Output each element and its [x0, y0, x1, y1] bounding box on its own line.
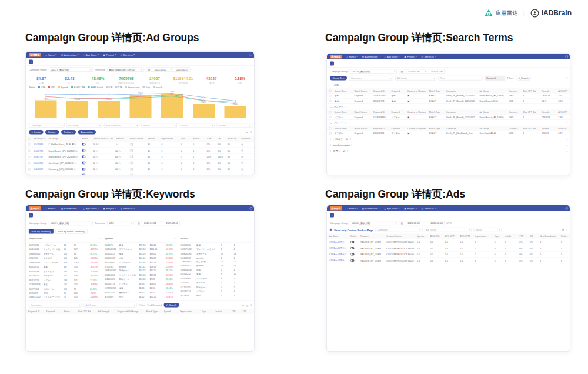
page-tab[interactable]	[68, 216, 69, 219]
app-logo[interactable]: 应用雷达	[330, 55, 342, 59]
nav-menu-item[interactable]: △ App Store ▾	[83, 52, 99, 58]
nav-menu-item[interactable]: △ App Store ▾	[384, 54, 400, 59]
column-header[interactable]: Campaign	[446, 127, 479, 130]
chevron-down-icon[interactable]: ⌄	[566, 138, 568, 141]
edit-icon[interactable]: ✎	[116, 143, 118, 146]
column-header[interactable]: Spends	[542, 127, 557, 130]
search-match-toggle[interactable]	[130, 149, 134, 152]
column-header[interactable]: Match Type ⇅	[146, 310, 163, 313]
column-header[interactable]: Taps ⇅	[201, 310, 214, 313]
nav-menu-item[interactable]: ▤ Automation ▾	[61, 205, 79, 211]
status-toggle[interactable]	[82, 149, 86, 152]
chevron-up-icon[interactable]: ⌃	[566, 84, 568, 87]
edit-icon[interactable]: ✎	[119, 156, 121, 158]
column-header[interactable]: Match Source	[354, 111, 372, 113]
chevron-down-icon[interactable]: ⌄	[566, 143, 568, 146]
nav-menu-item[interactable]: ▤ Automation ▾	[362, 205, 380, 211]
collapsed-group-header[interactable]: + 放置ゲーム 1 ⌄	[327, 148, 570, 154]
ad-name-link[interactable]: CPPAds03演示2	[329, 253, 349, 256]
edit-icon[interactable]: ✎	[119, 168, 121, 171]
operation-icon[interactable]: ▤	[241, 174, 253, 175]
nav-menu-item[interactable]: ▣ Project ▾	[404, 54, 417, 59]
row-checkbox[interactable]	[28, 149, 31, 152]
setting-dropdown-button[interactable]: Setting▾	[61, 130, 76, 135]
find-keyword-link[interactable]: Find Keyword	[147, 304, 161, 307]
page-tab[interactable]	[357, 216, 358, 219]
columns-icon[interactable]: ⊞	[562, 228, 564, 231]
nav-menu-item[interactable]: △ App Store ▾	[83, 205, 99, 211]
select-all-checkbox[interactable]	[28, 138, 31, 140]
ad-status-toggle[interactable]	[350, 259, 355, 262]
edit-icon[interactable]: ✎	[98, 143, 99, 146]
download-icon[interactable]: ↧	[566, 76, 568, 79]
legend-item[interactable]: Impressions	[125, 86, 140, 89]
operation-icon[interactable]: ▤	[241, 156, 253, 158]
ad-group-filter-select[interactable]: Ad Group ▾	[395, 76, 436, 81]
campaign-filter-select[interactable]: Campaign ▾	[349, 76, 393, 81]
group-by-button[interactable]: Group By▾	[330, 76, 347, 81]
operation-icon[interactable]: ▤	[241, 162, 253, 164]
page-tab[interactable]	[68, 62, 69, 65]
create-button[interactable]: + Create	[29, 130, 43, 135]
ad-group-filter-select[interactable]: Ad Group ▾	[84, 303, 137, 308]
page-tab[interactable]	[37, 62, 38, 65]
column-header[interactable]: Installs ⇅	[215, 310, 230, 313]
column-header[interactable]: Ad Group	[479, 89, 508, 92]
collapsed-group-header[interactable]: + genshin impact 1 ⌄	[327, 142, 570, 148]
column-header[interactable]: Match Type	[429, 127, 446, 130]
column-header[interactable]: Impressions ⇅	[180, 310, 201, 313]
text-search-input[interactable]: Text	[439, 76, 483, 81]
page-tab[interactable]	[345, 216, 345, 219]
column-header[interactable]: CR ⇅	[242, 310, 253, 313]
campaign-group-select[interactable]: U0U1's_默认分组 ▾	[350, 69, 397, 74]
nav-menu-item[interactable]: ⌂ Home ▾	[347, 205, 358, 211]
column-header[interactable]: TTR ⇅	[207, 138, 217, 141]
rows-icon[interactable]: ▤	[246, 303, 248, 306]
column-header[interactable]: Currency	[509, 89, 522, 92]
copy-icon[interactable]: ⧉	[75, 143, 76, 146]
show-only-cpp-checkbox[interactable]	[330, 229, 332, 231]
column-header[interactable]: Max CPT Bid ⇅	[78, 310, 96, 313]
filter-select[interactable]: Ad Group ▾	[66, 123, 102, 128]
campaign-group-select[interactable]: U0U1's_默认分组 ▾	[49, 68, 93, 72]
column-header[interactable]: Keyword ID	[373, 89, 390, 92]
column-header[interactable]: Reasons ⇅	[360, 235, 385, 238]
edit-icon[interactable]: ✎	[96, 149, 98, 152]
ad-group-id-link[interactable]: 36561747	[34, 155, 48, 158]
row-checkbox[interactable]	[28, 168, 31, 171]
column-header[interactable]: Default Max CPT Bid ⇅	[93, 138, 113, 141]
column-header[interactable]: Max CPT Bid	[523, 89, 542, 92]
ad-status-toggle[interactable]	[350, 247, 355, 249]
edit-icon[interactable]: ✎	[96, 156, 98, 158]
select-all-checkbox[interactable]	[329, 89, 332, 92]
column-header[interactable]: Spends ⇅	[148, 138, 161, 141]
status-toggle[interactable]	[82, 168, 86, 171]
page-tab[interactable]	[338, 216, 339, 219]
page-tab[interactable]	[56, 216, 56, 219]
column-header[interactable]: Impressions ⇅	[161, 138, 179, 141]
legend-item[interactable]: Installs	[153, 86, 163, 89]
collapse-icon[interactable]: ⌄	[330, 105, 332, 108]
nav-menu-item[interactable]: ▣ Project ▾	[404, 205, 417, 211]
nav-menu-item[interactable]: ▣ Project ▾	[103, 205, 116, 211]
group-header[interactable]: ⌄ パズそら 1 ⌃	[327, 103, 570, 110]
column-header[interactable]: Bid Strength ⇅	[98, 310, 116, 313]
search-match-toggle[interactable]	[130, 156, 134, 158]
user-avatar-icon[interactable]	[250, 207, 253, 210]
legend-item[interactable]: TTR	[115, 86, 122, 89]
ad-name-link[interactable]: CPPAds03演示1	[329, 247, 349, 250]
page-tab[interactable]	[56, 62, 56, 65]
group-header[interactable]: ⌄ 雀魂 2 ⌃	[327, 82, 570, 89]
copy-icon[interactable]: ⧉	[76, 156, 78, 158]
date-range-picker[interactable]: ▦ 2025-02-01 ~ 2025-02-07	[146, 68, 190, 72]
nav-menu-item[interactable]: ◎ Services ▾	[121, 52, 135, 58]
user-avatar-icon[interactable]	[566, 207, 569, 210]
filter-select[interactable]: Gender ▾	[217, 123, 252, 128]
page-tab[interactable]	[49, 62, 50, 65]
column-header[interactable]: Status ⇅	[64, 310, 76, 313]
column-header[interactable]: Ad Group	[479, 111, 508, 113]
edit-icon[interactable]: ✎	[96, 174, 98, 175]
row-checkbox[interactable]	[28, 162, 31, 164]
expand-icon[interactable]: +	[330, 149, 332, 152]
operation-icon[interactable]: ▤	[241, 143, 253, 146]
